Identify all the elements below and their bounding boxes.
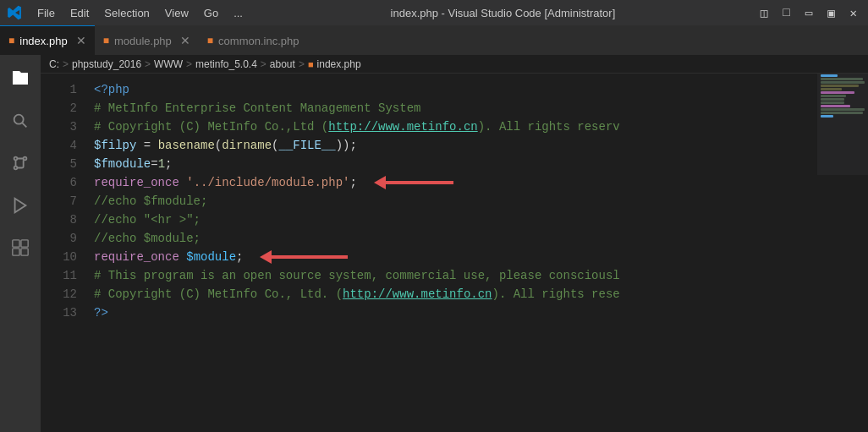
tab-common-php[interactable]: ■ common.inc.php <box>199 25 308 55</box>
window-controls: ◫ □ ▭ ▣ ✕ <box>756 4 861 22</box>
minimap-line-4 <box>821 85 859 87</box>
svg-point-0 <box>14 115 24 124</box>
line-num-7: 7 <box>41 192 87 211</box>
arrow-body-10 <box>272 255 348 259</box>
breadcrumb-about: about <box>270 58 295 70</box>
activity-extensions[interactable] <box>3 231 37 265</box>
minimap-line-10 <box>821 105 850 107</box>
maximize-icon[interactable]: ▣ <box>823 4 838 22</box>
code-line-7: //echo $fmodule; <box>94 192 817 211</box>
code-line-1: <?php <box>94 80 817 99</box>
minimap-line-5 <box>821 88 842 90</box>
tab-module-php[interactable]: ■ module.php ✕ <box>95 25 199 55</box>
tab-label-module: module.php <box>114 35 172 47</box>
minimap-line-12 <box>821 112 863 114</box>
token-phpclose: ?> <box>94 303 108 322</box>
split-icon[interactable]: ▭ <box>801 4 816 22</box>
minimize-icon[interactable]: □ <box>778 4 794 21</box>
token-comment-3a: # Copyright (C) MetInfo Co.,Ltd ( <box>94 118 328 136</box>
svg-rect-6 <box>13 240 19 247</box>
activity-source-control[interactable] <box>3 146 37 180</box>
minimap-line-11 <box>821 108 865 111</box>
vscode-logo <box>7 5 22 20</box>
code-line-12: # Copyright (C) MetInfo Co., Ltd. (http:… <box>94 285 817 303</box>
arrow-head-10 <box>260 250 272 264</box>
token-eq-4: = <box>136 136 157 155</box>
token-comment-3b: ). All rights reserv <box>478 118 620 136</box>
layout-icon[interactable]: ◫ <box>756 4 772 22</box>
activity-debug[interactable] <box>3 189 37 222</box>
breadcrumb-phpstudy: phpstudy_2016 <box>72 58 141 70</box>
token-file-const: __FILE__ <box>278 136 335 155</box>
breadcrumb-filename[interactable]: index.php <box>317 58 361 70</box>
token-var-module: $module <box>186 248 236 266</box>
minimap-line-7 <box>821 95 846 97</box>
token-var-fmodule: $fmodule <box>94 155 151 173</box>
minimap-line-2 <box>821 78 863 80</box>
code-line-13: ?> <box>94 303 817 322</box>
token-comment-8: //echo "<hr >"; <box>94 211 201 229</box>
tab-close-index[interactable]: ✕ <box>76 34 86 47</box>
php-file-icon: ■ <box>8 35 14 46</box>
token-var-filpy: $filpy <box>94 136 136 155</box>
line-num-1: 1 <box>41 80 87 99</box>
token-paren-4c: )); <box>336 136 357 155</box>
tab-index-php[interactable]: ■ index.php ✕ <box>0 25 95 55</box>
tab-bar: ■ index.php ✕ ■ module.php ✕ ■ common.in… <box>0 25 868 55</box>
minimap-line-1 <box>821 74 838 77</box>
code-line-2: # MetInfo Enterprise Content Management … <box>94 99 817 118</box>
token-comment-2: # MetInfo Enterprise Content Management … <box>94 99 420 118</box>
close-icon[interactable]: ✕ <box>846 4 861 22</box>
code-editor[interactable]: 1 2 3 4 5 6 7 8 9 10 11 12 13 <?php <box>41 74 868 432</box>
minimap-line-13 <box>821 115 833 118</box>
svg-line-1 <box>22 123 26 127</box>
line-num-9: 9 <box>41 229 87 248</box>
breadcrumb-file-icon: ■ <box>308 59 314 69</box>
token-require-6: require_once <box>94 173 179 192</box>
line-num-13: 13 <box>41 303 87 322</box>
editor-area: C: > phpstudy_2016 > WWW > metinfo_5.0.4… <box>41 55 868 432</box>
svg-rect-7 <box>21 240 28 247</box>
token-num-1: 1 <box>158 155 165 173</box>
token-comment-7: //echo $fmodule; <box>94 192 207 211</box>
line-num-10: 10 <box>41 248 87 266</box>
token-eq-5: = <box>151 155 157 173</box>
minimap <box>817 74 868 432</box>
tab-close-module[interactable]: ✕ <box>180 34 190 47</box>
token-comment-9: //echo $module; <box>94 229 201 248</box>
token-comment-11: # This program is an open source system,… <box>94 266 620 285</box>
token-comment-12b: ). All rights rese <box>492 285 620 303</box>
line-num-11: 11 <box>41 266 87 285</box>
code-line-5: $fmodule = 1 ; <box>94 155 817 173</box>
code-line-10: require_once $module ; <box>94 248 817 266</box>
activity-explorer[interactable] <box>3 62 37 96</box>
activity-bar <box>0 55 41 432</box>
code-line-6: require_once '../include/module.php' ; <box>94 173 817 192</box>
token-comment-12a: # Copyright (C) MetInfo Co., Ltd. ( <box>94 285 343 303</box>
menu-go[interactable]: Go <box>197 5 225 21</box>
token-space-10 <box>179 248 186 266</box>
token-require-10: require_once <box>94 248 179 266</box>
code-line-9: //echo $module; <box>94 229 817 248</box>
svg-rect-9 <box>21 249 28 255</box>
token-basename: basename <box>158 136 215 155</box>
menu-edit[interactable]: Edit <box>63 5 96 21</box>
token-str-6: '../include/module.php' <box>186 173 349 192</box>
breadcrumb-metinfo: metinfo_5.0.4 <box>195 58 257 70</box>
menu-selection[interactable]: Selection <box>97 5 156 21</box>
activity-search[interactable] <box>3 104 37 138</box>
menu-file[interactable]: File <box>30 5 62 21</box>
minimap-line-8 <box>821 98 844 101</box>
token-semi-6: ; <box>349 173 356 192</box>
menu-view[interactable]: View <box>158 5 195 21</box>
line-num-3: 3 <box>41 118 87 136</box>
svg-point-3 <box>24 157 27 161</box>
title-bar: File Edit Selection View Go ... index.ph… <box>0 0 868 25</box>
code-line-11: # This program is an open source system,… <box>94 266 817 285</box>
token-url-3: http://www.metinfo.cn <box>328 118 477 136</box>
menu-more[interactable]: ... <box>227 5 250 21</box>
breadcrumb-www: WWW <box>154 58 183 70</box>
tab-label-common: common.inc.php <box>218 35 299 47</box>
line-num-5: 5 <box>41 155 87 173</box>
php-file-icon2: ■ <box>103 35 109 46</box>
